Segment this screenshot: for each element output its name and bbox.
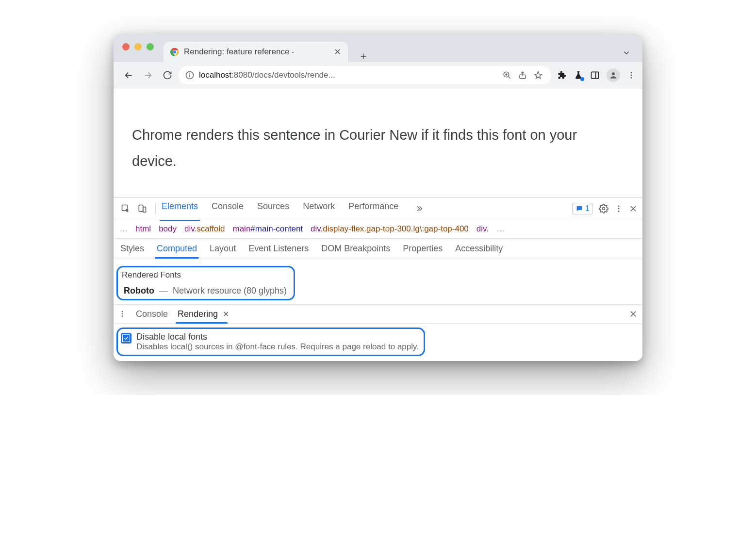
side-panel-icon[interactable] — [590, 70, 600, 80]
close-devtools-icon[interactable] — [629, 204, 638, 213]
forward-button[interactable] — [140, 67, 156, 83]
issues-button[interactable]: 1 — [572, 203, 593, 214]
subtab-styles[interactable]: Styles — [120, 244, 144, 254]
svg-rect-9 — [592, 72, 599, 78]
subtab-event-listeners[interactable]: Event Listeners — [248, 244, 309, 254]
svg-point-23 — [122, 313, 123, 315]
disable-local-fonts-option[interactable]: Disable local fonts Disables local() sou… — [116, 328, 425, 356]
devtools-menu-icon[interactable] — [614, 204, 623, 213]
breadcrumb-overflow-right[interactable]: … — [496, 224, 505, 234]
svg-point-12 — [631, 72, 632, 73]
subtab-properties[interactable]: Properties — [403, 244, 443, 254]
crumb-displayflex[interactable]: div.display-flex.gap-top-300.lg\:gap-top… — [311, 224, 469, 234]
svg-point-11 — [612, 72, 615, 75]
svg-point-22 — [122, 311, 123, 312]
option-title: Disable local fonts — [136, 332, 419, 342]
window-controls — [122, 34, 154, 62]
tab-network[interactable]: Network — [303, 201, 335, 216]
drawer-tab-rendering[interactable]: Rendering — [178, 309, 218, 319]
svg-point-18 — [603, 207, 605, 210]
address-bar[interactable]: localhost:8080/docs/devtools/rende... — [179, 66, 551, 84]
toolbar-actions — [554, 68, 636, 82]
svg-rect-17 — [143, 207, 146, 212]
profile-avatar[interactable] — [607, 68, 620, 82]
browser-tab[interactable]: Rendering: feature reference - ✕ — [164, 42, 348, 62]
svg-point-14 — [631, 77, 632, 78]
page-viewport: Chrome renders this sentence in Courier … — [114, 88, 642, 197]
zoom-icon[interactable] — [503, 71, 511, 80]
tab-performance[interactable]: Performance — [348, 201, 398, 216]
subtab-layout[interactable]: Layout — [210, 244, 236, 254]
svg-point-19 — [618, 205, 620, 207]
extensions-icon[interactable] — [557, 70, 567, 80]
browser-toolbar: localhost:8080/docs/devtools/rende... — [114, 62, 642, 88]
more-tabs-icon[interactable] — [412, 201, 427, 216]
option-description: Disables local() sources in @font-face r… — [136, 342, 419, 352]
url-text: localhost:8080/docs/devtools/rende... — [199, 70, 498, 80]
option-text: Disable local fonts Disables local() sou… — [136, 332, 419, 352]
drawer-menu-icon[interactable] — [118, 310, 126, 318]
elements-breadcrumb[interactable]: … html body div.scaffold main#main-conte… — [114, 219, 642, 239]
close-drawer-tab-icon[interactable]: ✕ — [223, 310, 229, 319]
subtab-computed[interactable]: Computed — [157, 244, 197, 254]
crumb-main[interactable]: main#main-content — [233, 224, 303, 234]
tabs-dropdown-icon[interactable] — [622, 49, 631, 57]
rendered-font-entry: Roboto—Network resource (80 glyphs) — [119, 283, 290, 298]
new-tab-button[interactable] — [359, 52, 368, 62]
minimize-window-button[interactable] — [134, 43, 142, 50]
browser-window: Rendering: feature reference - ✕ localho… — [114, 34, 642, 361]
svg-point-13 — [631, 74, 632, 76]
share-icon[interactable] — [518, 71, 527, 80]
back-button[interactable] — [120, 67, 137, 83]
demo-sentence: Chrome renders this sentence in Courier … — [132, 122, 624, 174]
tab-title: Rendering: feature reference - — [184, 47, 328, 57]
device-toggle-icon[interactable] — [135, 201, 149, 216]
devtools-topbar: Elements Console Sources Network Perform… — [114, 198, 642, 219]
browser-menu-icon[interactable] — [627, 71, 636, 80]
inspect-element-icon[interactable] — [118, 201, 133, 216]
devtools-panel: Elements Console Sources Network Perform… — [114, 197, 642, 356]
drawer-tabs: Console Rendering ✕ — [114, 304, 642, 324]
svg-point-20 — [618, 208, 620, 209]
divider — [155, 203, 156, 214]
devtools-main-tabs: Elements Console Sources Network Perform… — [162, 201, 427, 216]
disable-local-fonts-checkbox[interactable] — [121, 333, 131, 344]
svg-point-5 — [189, 73, 190, 74]
breadcrumb-overflow-left[interactable]: … — [119, 224, 128, 234]
tab-strip: Rendering: feature reference - ✕ — [114, 34, 642, 62]
chrome-favicon-icon — [170, 48, 179, 56]
labs-icon[interactable] — [574, 70, 583, 80]
site-info-icon[interactable] — [185, 71, 194, 80]
svg-point-2 — [173, 50, 176, 53]
fullscreen-window-button[interactable] — [147, 43, 154, 50]
crumb-scaffold[interactable]: div.scaffold — [184, 224, 225, 234]
subtab-accessibility[interactable]: Accessibility — [455, 244, 503, 254]
rendered-fonts-header: Rendered Fonts — [119, 268, 290, 283]
tab-elements[interactable]: Elements — [162, 201, 198, 216]
drawer-tab-console[interactable]: Console — [136, 309, 168, 319]
rendered-fonts-section: Rendered Fonts Roboto—Network resource (… — [116, 266, 295, 300]
close-tab-icon[interactable]: ✕ — [333, 47, 342, 57]
crumb-div[interactable]: div. — [477, 224, 489, 234]
svg-rect-16 — [139, 205, 143, 211]
close-drawer-icon[interactable] — [629, 310, 638, 318]
reload-button[interactable] — [159, 67, 176, 83]
close-window-button[interactable] — [122, 43, 130, 50]
crumb-html[interactable]: html — [135, 224, 151, 234]
svg-marker-8 — [535, 71, 542, 78]
svg-point-21 — [618, 211, 620, 212]
tab-console[interactable]: Console — [212, 201, 244, 216]
settings-icon[interactable] — [599, 204, 608, 213]
subtab-dom-breakpoints[interactable]: DOM Breakpoints — [321, 244, 390, 254]
svg-point-24 — [122, 316, 123, 317]
elements-subtabs: Styles Computed Layout Event Listeners D… — [114, 239, 642, 259]
star-icon[interactable] — [534, 71, 542, 80]
crumb-body[interactable]: body — [159, 224, 177, 234]
tab-sources[interactable]: Sources — [257, 201, 289, 216]
